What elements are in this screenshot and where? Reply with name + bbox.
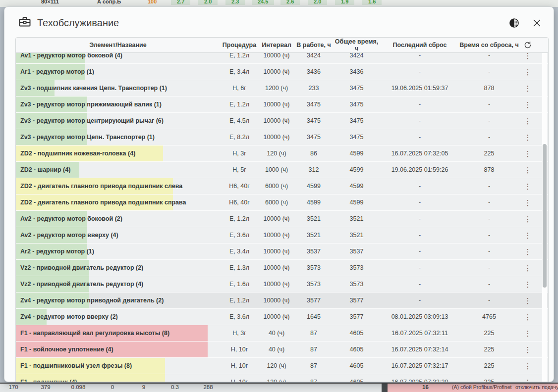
close-button[interactable] (531, 18, 543, 30)
row-menu-button[interactable]: ⋮ (519, 313, 537, 321)
row-menu-button[interactable]: ⋮ (519, 281, 537, 288)
element-name-cell: ZD2 - двигатель главного привода подшипн… (16, 178, 220, 194)
in-work-hours-cell: 3475 (294, 117, 333, 124)
interval-cell: 1200 (ч) (259, 85, 294, 92)
element-name-cell: ZD2 - двигатель главного привода подшипн… (16, 195, 220, 210)
interval-cell: 120 (ч) (259, 362, 294, 369)
time-since-reset-cell: 225 (459, 379, 519, 382)
table-row[interactable]: ZD2 - двигатель главного привода подшипн… (16, 195, 548, 211)
background-value: 2.0 (308, 0, 327, 5)
interval-cell: 40 (ч) (259, 330, 294, 337)
contrast-toggle-button[interactable] (508, 18, 520, 30)
element-name-cell: Zv3 - редуктор мотор центрирующий рычаг … (16, 113, 220, 129)
row-menu-button[interactable]: ⋮ (519, 346, 537, 353)
background-value: 0 (111, 384, 114, 390)
table-row[interactable]: Vz2 - приводной двигатель редуктор (2) Е… (16, 260, 548, 276)
row-menu-button[interactable]: ⋮ (519, 232, 537, 239)
table-row[interactable]: Zv4 - редуктор мотор приводной двигатель… (16, 293, 548, 309)
table-row[interactable]: F1 - направляющий вал регулировка высоты… (16, 325, 548, 342)
row-menu-button[interactable]: ⋮ (519, 150, 537, 157)
table-row[interactable]: Zv3 - редуктор мотор центрирующий рычаг … (16, 113, 548, 129)
table-row[interactable]: Ar1 - редуктор мотор (1) Е, 3.4л 10000 (… (16, 64, 548, 80)
procedure-cell: Е, 4.5л (220, 117, 259, 124)
element-name-cell: F1 - подшипник (4) (16, 374, 220, 382)
col-header-element-name: Элемент/Название (16, 42, 220, 49)
table-row[interactable]: Av2 - редуктор мотор вверху (4) Е, 3.6л … (16, 227, 548, 244)
element-name-cell: Vz2 - приводной двигатель редуктор (2) (16, 260, 220, 276)
background-value: 9 (142, 384, 145, 390)
table-row[interactable]: F1 - подшипник (4) Н, 10г 120 (ч) 87 460… (16, 374, 548, 382)
time-since-reset-cell: - (459, 297, 519, 304)
last-reset-cell: - (380, 117, 459, 124)
table-row[interactable]: F1 - войлочное уплотнение (4) Н, 10г 40 … (16, 342, 548, 358)
col-header-interval: Интервал (259, 42, 294, 49)
interval-cell: 10000 (ч) (259, 117, 294, 124)
row-menu-button[interactable]: ⋮ (519, 199, 537, 206)
table-row[interactable]: F1 - подшипниковый узел фрезы (8) Н, 10г… (16, 358, 548, 374)
table-row[interactable]: Zv3 - редуктор мотор Цепн. Транспортер (… (16, 129, 548, 146)
table-row[interactable]: ZD2 - подшипник ножевая-головка (4) Н, 3… (16, 146, 548, 162)
table-body: Av1 - редуктор мотор боковой (4) Е, 1.2л… (16, 48, 548, 382)
time-since-reset-cell: - (459, 281, 519, 288)
refresh-button[interactable] (519, 41, 537, 50)
row-menu-button[interactable]: ⋮ (519, 379, 537, 383)
maintenance-table: Элемент/Название Процедура Интервал В ра… (15, 37, 549, 382)
last-reset-cell: 16.07.2025 07:32:17 (380, 362, 459, 369)
element-name-label: Vz2 - приводной двигатель редуктор (2) (20, 264, 143, 271)
in-work-hours-cell: 3577 (294, 297, 333, 304)
element-name-cell: Zv3 - редуктор мотор Цепн. Транспортер (… (16, 129, 220, 145)
row-menu-button[interactable]: ⋮ (519, 134, 537, 141)
row-menu-button[interactable]: ⋮ (519, 166, 537, 174)
time-since-reset-cell: - (459, 199, 519, 206)
interval-cell: 10000 (ч) (259, 215, 294, 222)
scrollbar-thumb[interactable] (543, 144, 547, 288)
col-header-last-reset: Последний сброс (380, 42, 459, 49)
row-menu-button[interactable]: ⋮ (519, 297, 537, 304)
row-menu-button[interactable]: ⋮ (519, 117, 537, 125)
total-time-cell: 3573 (333, 281, 380, 288)
in-work-hours-cell: 3475 (294, 134, 333, 141)
table-row[interactable]: ZD2 - шарнир (4) Н, 5г 1000 (ч) 312 4599… (16, 162, 548, 178)
last-reset-cell: - (380, 281, 459, 288)
background-value: 0.098 (71, 384, 86, 390)
time-since-reset-cell: 878 (459, 85, 519, 92)
time-since-reset-cell: - (459, 215, 519, 222)
row-menu-button[interactable]: ⋮ (519, 183, 537, 190)
time-since-reset-cell: - (459, 232, 519, 239)
procedure-cell: Е, 3.4л (220, 248, 259, 255)
element-name-cell: Vz2 - приводной двигатель редуктор (4) (16, 276, 220, 292)
row-menu-button[interactable]: ⋮ (519, 215, 537, 223)
background-page-bottom-strip: 16 (А) сбой Profibus/Profinet отключить … (0, 383, 558, 392)
row-menu-button[interactable]: ⋮ (519, 362, 537, 370)
table-row[interactable]: Zv3 - подшипник качения Цепн. Транспорте… (16, 80, 548, 97)
alarm-action: отключить подачу (515, 384, 558, 390)
row-menu-button[interactable]: ⋮ (519, 264, 537, 272)
interval-cell: 40 (ч) (259, 346, 294, 353)
interval-cell: 10000 (ч) (259, 297, 294, 304)
contrast-icon (509, 18, 519, 30)
row-menu-button[interactable]: ⋮ (519, 85, 537, 92)
row-menu-button[interactable]: ⋮ (519, 330, 537, 337)
total-time-cell: 3521 (333, 215, 380, 222)
in-work-hours-cell: 3521 (294, 215, 333, 222)
table-row[interactable]: Ar2 - редуктор мотор (1) Е, 3.4л 10000 (… (16, 244, 548, 260)
row-menu-button[interactable]: ⋮ (519, 68, 537, 76)
procedure-cell: Е, 1.6л (220, 281, 259, 288)
table-row[interactable]: Zv3 - редуктор мотор прижимающий валик (… (16, 97, 548, 113)
in-work-hours-cell: 87 (294, 346, 333, 353)
table-scrollbar[interactable] (542, 53, 547, 382)
element-name-label: ZD2 - шарнир (4) (20, 166, 70, 173)
table-row[interactable]: Vz2 - приводной двигатель редуктор (4) Е… (16, 276, 548, 293)
table-row[interactable]: Av2 - редуктор мотор боковой (2) Е, 1.2л… (16, 211, 548, 227)
last-reset-cell: - (380, 183, 459, 190)
last-reset-cell: - (380, 52, 459, 59)
table-row[interactable]: Zv4 - редуктор мотор вверху (2) Е, 3.6л … (16, 309, 548, 325)
row-menu-button[interactable]: ⋮ (519, 101, 537, 108)
interval-cell: 120 (ч) (259, 379, 294, 382)
in-work-hours-cell: 87 (294, 362, 333, 369)
row-menu-button[interactable]: ⋮ (519, 248, 537, 255)
table-row[interactable]: ZD2 - двигатель главного привода подшипн… (16, 178, 548, 195)
dialog-actions (508, 18, 543, 30)
background-column-divider (382, 384, 388, 392)
procedure-cell: Н, 6г (220, 85, 259, 92)
